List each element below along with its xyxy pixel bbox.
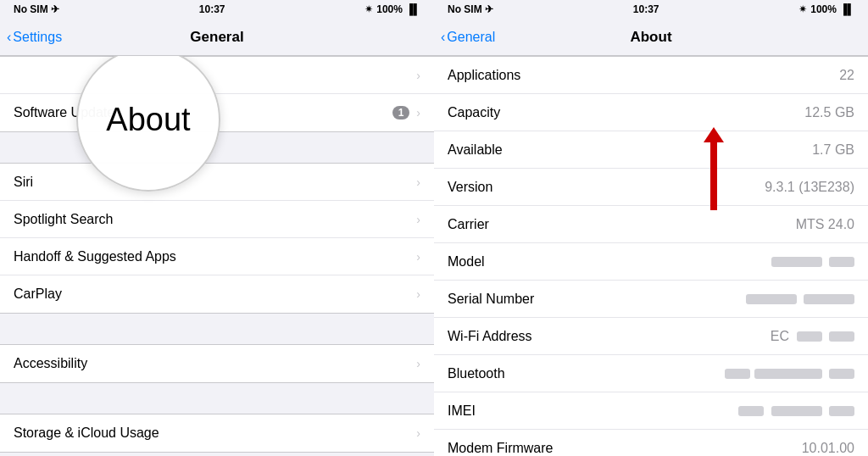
about-item-right: › <box>416 69 420 82</box>
handoff-item[interactable]: Handoff & Suggested Apps › <box>0 238 434 275</box>
left-status-right: ✴ 100% ▐▌ <box>364 3 420 15</box>
bt-blur-3 <box>829 369 854 379</box>
right-back-chevron: ‹ <box>441 30 445 45</box>
spotlight-right: › <box>416 213 420 226</box>
bt-blur-2 <box>754 369 822 379</box>
left-back-button[interactable]: ‹ Settings <box>7 30 62 45</box>
about-chevron: › <box>416 69 420 82</box>
left-battery-label: 100% <box>376 3 403 15</box>
siri-group: Siri › Spotlight Search › Handoff & Sugg… <box>0 163 434 314</box>
serial-label: Serial Number <box>448 292 534 307</box>
right-nav-bar: ‹ General About <box>434 19 868 56</box>
wifi-value: EC <box>771 329 854 344</box>
wifi-blur-2 <box>829 331 854 342</box>
carplay-label: CarPlay <box>14 286 62 302</box>
spotlight-search-item[interactable]: Spotlight Search › <box>0 201 434 238</box>
modem-label: Modem Firmware <box>448 441 553 456</box>
bluetooth-value <box>721 366 854 381</box>
wifi-blur-1 <box>797 331 822 342</box>
accessibility-group: Accessibility › <box>0 344 434 383</box>
available-row: Available 1.7 GB <box>434 131 868 169</box>
right-battery-icon: ▐▌ <box>840 3 854 15</box>
right-panel: No SIM ✈ 10:37 ✴ 100% ▐▌ ‹ General About… <box>434 0 868 456</box>
wifi-row: Wi-Fi Address EC <box>434 318 868 355</box>
model-row: Model <box>434 243 868 281</box>
storage-chevron: › <box>416 426 420 440</box>
left-back-label: Settings <box>13 30 62 45</box>
siri-label: Siri <box>14 175 33 190</box>
bt-blur-1 <box>725 369 750 379</box>
applications-label: Applications <box>448 68 520 83</box>
accessibility-label: Accessibility <box>14 356 87 371</box>
imei-value: ​ <box>735 403 854 419</box>
right-panel-wrapper: No SIM ✈ 10:37 ✴ 100% ▐▌ ‹ General About… <box>434 0 868 456</box>
siri-right: › <box>416 175 420 189</box>
right-back-label: General <box>447 30 495 45</box>
left-bluetooth-icon: ✴ <box>364 3 373 15</box>
bluetooth-row: Bluetooth <box>434 355 868 392</box>
capacity-label: Capacity <box>448 105 500 120</box>
available-value: 1.7 GB <box>812 142 854 158</box>
left-back-chevron: ‹ <box>7 30 11 45</box>
storage-group: Storage & iCloud Usage › <box>0 414 434 453</box>
storage-item[interactable]: Storage & iCloud Usage › <box>0 414 434 452</box>
version-value: 9.3.1 (13E238) <box>765 180 854 195</box>
imei-blur-2 <box>771 406 822 416</box>
serial-blur-1 <box>746 294 797 304</box>
right-bluetooth-icon: ✴ <box>798 3 807 15</box>
right-battery-label: 100% <box>810 3 837 15</box>
software-update-chevron: › <box>416 106 420 120</box>
carplay-right: › <box>416 287 420 301</box>
siri-item[interactable]: Siri › <box>0 164 434 201</box>
left-settings-list: About › Software Update 1 › About <box>0 56 434 456</box>
about-item[interactable]: About › <box>0 57 434 94</box>
left-nav-title: General <box>190 29 243 46</box>
carrier-label: Carrier <box>448 217 489 232</box>
software-update-right: 1 › <box>392 106 420 120</box>
siri-chevron: › <box>416 175 420 189</box>
about-rows-list: Applications 22 Capacity 12.5 GB Availab… <box>434 56 868 456</box>
right-status-bar: No SIM ✈ 10:37 ✴ 100% ▐▌ <box>434 0 868 19</box>
version-row: Version 9.3.1 (13E238) <box>434 169 868 206</box>
available-label: Available <box>448 142 503 158</box>
accessibility-item[interactable]: Accessibility › <box>0 345 434 382</box>
imei-blur-3 <box>829 406 854 416</box>
software-update-badge: 1 <box>392 106 410 120</box>
imei-row: IMEI ​ <box>434 392 868 430</box>
capacity-value: 12.5 GB <box>804 105 854 120</box>
handoff-label: Handoff & Suggested Apps <box>14 249 176 264</box>
about-circle-text: About <box>106 102 190 138</box>
model-value <box>768 254 854 270</box>
left-panel: No SIM ✈ 10:37 ✴ 100% ▐▌ ‹ Settings Gene… <box>0 0 434 456</box>
capacity-row: Capacity 12.5 GB <box>434 94 868 131</box>
divider-3 <box>0 383 434 414</box>
carplay-chevron: › <box>416 287 420 301</box>
about-section: About › Software Update 1 › About <box>0 56 434 132</box>
right-status-time: 10:37 <box>633 3 659 15</box>
right-status-carrier: No SIM ✈ <box>448 3 493 15</box>
accessibility-right: › <box>416 357 420 370</box>
left-status-bar: No SIM ✈ 10:37 ✴ 100% ▐▌ <box>0 0 434 19</box>
imei-label: IMEI <box>448 403 476 419</box>
left-nav-bar: ‹ Settings General <box>0 19 434 56</box>
accessibility-chevron: › <box>416 357 420 370</box>
serial-row: Serial Number ​ <box>434 281 868 318</box>
imei-blur-1 <box>738 406 764 416</box>
model-blur-1 <box>771 257 822 267</box>
modem-row: Modem Firmware 10.01.00 <box>434 430 868 456</box>
spotlight-search-label: Spotlight Search <box>14 212 113 227</box>
storage-label: Storage & iCloud Usage <box>14 425 159 441</box>
carrier-value: MTS 24.0 <box>796 217 854 232</box>
left-status-carrier: No SIM ✈ <box>14 3 59 15</box>
serial-value: ​ <box>743 292 854 307</box>
right-back-button[interactable]: ‹ General <box>441 30 495 45</box>
serial-blur-2 <box>804 294 854 304</box>
applications-value: 22 <box>839 68 854 83</box>
divider-2 <box>0 314 434 344</box>
bluetooth-label: Bluetooth <box>448 366 505 381</box>
right-nav-title: About <box>630 29 671 46</box>
right-status-right: ✴ 100% ▐▌ <box>798 3 854 15</box>
handoff-chevron: › <box>416 250 420 264</box>
carplay-item[interactable]: CarPlay › <box>0 275 434 313</box>
wifi-label: Wi-Fi Address <box>448 329 532 344</box>
